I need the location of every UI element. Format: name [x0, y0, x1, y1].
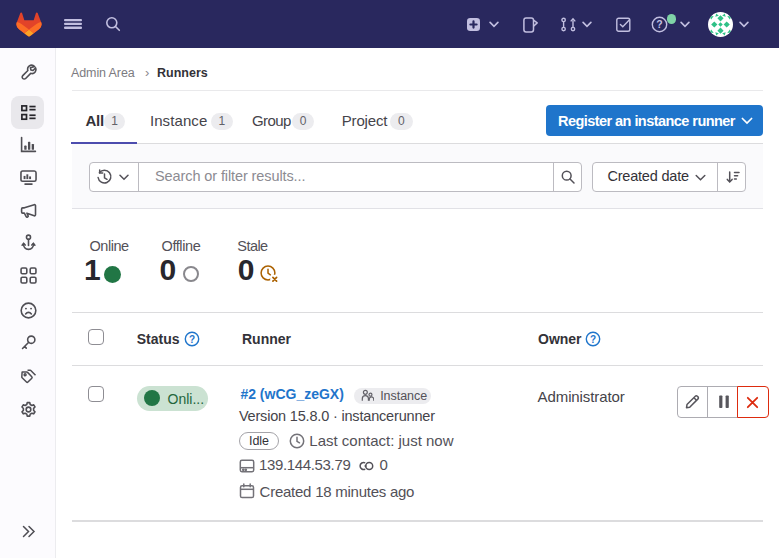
svg-text:?: ?	[189, 334, 195, 345]
svg-text:?: ?	[590, 334, 596, 345]
svg-text:?: ?	[656, 18, 662, 30]
